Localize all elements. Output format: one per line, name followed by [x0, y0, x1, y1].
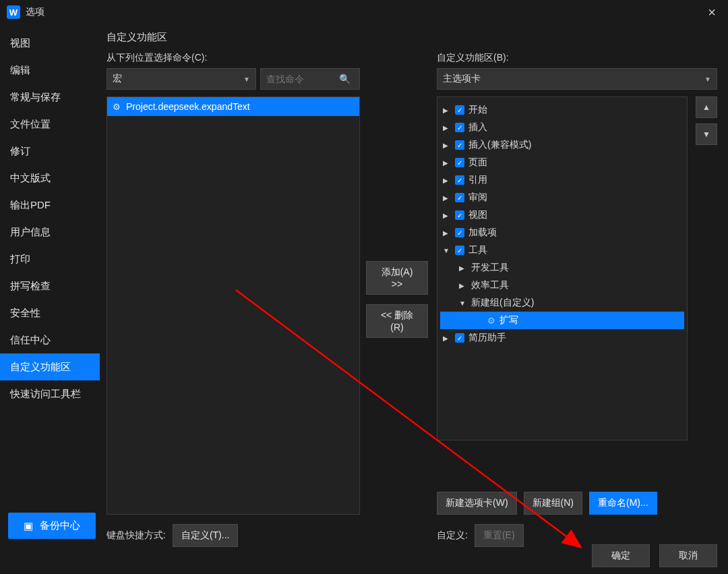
app-icon: W [7, 5, 20, 19]
tree-node-label: 开发工具 [471, 262, 509, 274]
checkbox-icon[interactable]: ✓ [455, 193, 464, 202]
window-title: 选项 [26, 6, 44, 18]
sidebar-item[interactable]: 用户信息 [0, 219, 100, 246]
tree-node[interactable]: ⚙扩写 [440, 312, 684, 329]
tree-node[interactable]: ▶✓加载项 [440, 224, 684, 241]
checkbox-icon[interactable]: ✓ [455, 158, 464, 167]
backup-icon: ▣ [24, 520, 33, 532]
rename-button[interactable]: 重命名(M)... [589, 492, 657, 515]
tree-node[interactable]: ▶开发工具 [440, 259, 684, 277]
backup-center-button[interactable]: ▣ 备份中心 [8, 513, 96, 539]
sidebar-item[interactable]: 编辑 [0, 57, 100, 84]
expander-icon[interactable]: ▼ [443, 247, 451, 254]
main: 视图编辑常规与保存文件位置修订中文版式输出PDF用户信息打印拼写检查安全性信任中… [0, 24, 728, 547]
transfer-buttons: 添加(A) >> << 删除(R) [360, 52, 434, 547]
content: 自定义功能区 从下列位置选择命令(C): 宏 ▼ 🔍 ⚙Project.deep… [100, 24, 728, 547]
commands-listbox[interactable]: ⚙Project.deepseek.expandText [107, 96, 360, 515]
new-group-button[interactable]: 新建组(N) [524, 492, 582, 515]
ribbon-tabs-dropdown[interactable]: 主选项卡 ▼ [437, 68, 717, 90]
remove-button[interactable]: << 删除(R) [366, 304, 428, 338]
tree-node[interactable]: ▼新建组(自定义) [440, 294, 684, 312]
macro-icon: ⚙ [113, 102, 121, 112]
backup-label: 备份中心 [40, 519, 80, 532]
sidebar-item[interactable]: 拼写检查 [0, 272, 100, 299]
dialog-footer: 确定 取消 [581, 538, 728, 574]
expander-icon[interactable]: ▶ [443, 177, 451, 184]
sidebar-item[interactable]: 自定义功能区 [0, 353, 100, 380]
tree-node-label: 简历助手 [468, 332, 506, 344]
expander-icon[interactable]: ▶ [443, 229, 451, 237]
checkbox-icon[interactable]: ✓ [455, 246, 464, 255]
tree-node[interactable]: ▶✓页面 [440, 154, 684, 171]
command-list-item[interactable]: ⚙Project.deepseek.expandText [107, 97, 359, 116]
close-icon[interactable]: × [702, 2, 721, 23]
titlebar: W 选项 × [0, 0, 728, 24]
reset-button[interactable]: 重置(E) [475, 524, 524, 547]
search-icon: 🔍 [339, 74, 351, 84]
expander-icon[interactable]: ▶ [443, 159, 451, 167]
choose-commands-label: 从下列位置选择命令(C): [107, 52, 360, 64]
sidebar-item[interactable]: 安全性 [0, 299, 100, 326]
sidebar-item[interactable]: 文件位置 [0, 111, 100, 138]
expander-icon[interactable]: ▶ [443, 212, 451, 219]
search-input[interactable] [265, 69, 339, 88]
sidebar-item[interactable]: 修订 [0, 138, 100, 165]
tree-node[interactable]: ▶✓引用 [440, 171, 684, 189]
search-box[interactable]: 🔍 [260, 68, 360, 90]
move-down-button[interactable]: ▼ [696, 123, 717, 145]
expander-icon[interactable]: ▶ [443, 194, 451, 202]
tree-node-label: 扩写 [499, 314, 518, 326]
tree-node[interactable]: ▶✓简历助手 [440, 329, 684, 347]
tree-node-label: 新建组(自定义) [471, 297, 534, 309]
tree-node-label: 工具 [468, 244, 487, 256]
ok-button[interactable]: 确定 [592, 544, 650, 567]
checkbox-icon[interactable]: ✓ [455, 140, 464, 150]
sidebar: 视图编辑常规与保存文件位置修订中文版式输出PDF用户信息打印拼写检查安全性信任中… [0, 24, 100, 547]
expander-icon[interactable]: ▶ [459, 282, 467, 289]
ribbon-tree[interactable]: ▶✓开始▶✓插入▶✓插入(兼容模式)▶✓页面▶✓引用▶✓审阅▶✓视图▶✓加载项▼… [437, 96, 688, 440]
checkbox-icon[interactable]: ✓ [455, 210, 464, 220]
tree-node-label: 引用 [468, 174, 487, 186]
expander-icon[interactable]: ▶ [443, 107, 451, 114]
tree-node[interactable]: ▶✓插入(兼容模式) [440, 136, 684, 154]
sidebar-item[interactable]: 信任中心 [0, 326, 100, 353]
tree-node[interactable]: ▶效率工具 [440, 277, 684, 294]
checkbox-icon[interactable]: ✓ [455, 123, 464, 132]
customize-label: 自定义: [437, 529, 468, 542]
ribbon-label: 自定义功能区(B): [437, 52, 717, 64]
tree-node-label: 审阅 [468, 192, 487, 204]
sidebar-item[interactable]: 常规与保存 [0, 84, 100, 111]
expander-icon[interactable]: ▶ [459, 264, 467, 272]
tree-node[interactable]: ▶✓视图 [440, 206, 684, 224]
expander-icon[interactable]: ▶ [443, 124, 451, 132]
expander-icon[interactable]: ▼ [459, 299, 467, 307]
sidebar-item[interactable]: 快速访问工具栏 [0, 380, 100, 407]
dropdown-value: 宏 [113, 73, 122, 85]
keyboard-customize-button[interactable]: 自定义(T)... [173, 524, 239, 547]
tree-node[interactable]: ▶✓开始 [440, 101, 684, 119]
tree-node-label: 视图 [468, 209, 487, 221]
tree-node[interactable]: ▼✓工具 [440, 241, 684, 259]
checkbox-icon[interactable]: ✓ [455, 105, 464, 115]
tree-node-label: 插入 [468, 121, 487, 134]
commands-source-dropdown[interactable]: 宏 ▼ [107, 68, 256, 90]
expander-icon[interactable]: ▶ [443, 142, 451, 149]
right-column: 自定义功能区(B): 主选项卡 ▼ ▶✓开始▶✓插入▶✓插入(兼容模式)▶✓页面… [437, 52, 717, 547]
add-button[interactable]: 添加(A) >> [366, 261, 428, 295]
tree-node[interactable]: ▶✓审阅 [440, 189, 684, 206]
expander-icon[interactable]: ▶ [443, 335, 451, 342]
tree-node[interactable]: ▶✓插入 [440, 119, 684, 136]
new-tab-button[interactable]: 新建选项卡(W) [437, 492, 517, 515]
move-up-button[interactable]: ▲ [696, 96, 717, 118]
checkbox-icon[interactable]: ✓ [455, 333, 464, 343]
sidebar-item[interactable]: 输出PDF [0, 192, 100, 219]
sidebar-item[interactable]: 打印 [0, 246, 100, 272]
tree-node-label: 开始 [468, 104, 487, 116]
keyboard-shortcuts-label: 键盘快捷方式: [107, 529, 166, 542]
checkbox-icon[interactable]: ✓ [455, 228, 464, 237]
sidebar-item[interactable]: 视图 [0, 30, 100, 57]
tree-node-label: 效率工具 [471, 279, 509, 291]
cancel-button[interactable]: 取消 [659, 544, 717, 567]
sidebar-item[interactable]: 中文版式 [0, 165, 100, 192]
checkbox-icon[interactable]: ✓ [455, 175, 464, 185]
